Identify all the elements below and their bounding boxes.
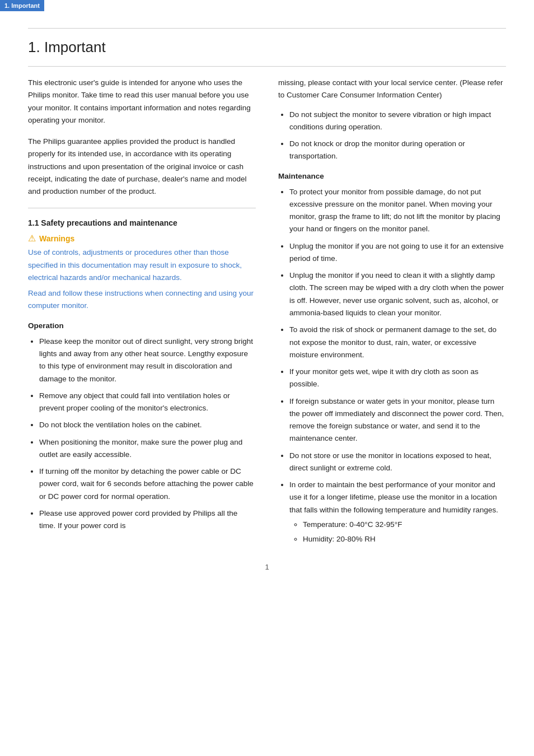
title-bottom-rule: [28, 66, 506, 67]
top-rule: [28, 28, 506, 29]
list-item: When positioning the monitor, make sure …: [39, 436, 256, 461]
list-item: If turning off the monitor by detaching …: [39, 465, 256, 503]
list-item: To avoid the risk of shock or permanent …: [289, 324, 506, 361]
list-item: Do not knock or drop the monitor during …: [289, 138, 506, 163]
warnings-header: ⚠ Warnings: [28, 234, 256, 243]
right-column: missing, please contact with your local …: [278, 77, 506, 546]
operation-list-right: Do not subject the monitor to severe vib…: [278, 109, 506, 163]
tab-label: 1. Important: [0, 0, 44, 11]
list-item: Do not block the ventilation holes on th…: [39, 419, 256, 431]
page-number: 1: [28, 563, 506, 571]
list-item: Temperature: 0-40°C 32-95°F: [303, 519, 506, 531]
list-item: Unplug the monitor if you are not going …: [289, 240, 506, 265]
operation-title: Operation: [28, 321, 256, 330]
guarantee-paragraph: The Philips guarantee applies provided t…: [28, 136, 256, 198]
left-column: This electronic user's guide is intended…: [28, 77, 256, 546]
maintenance-list: To protect your monitor from possible da…: [278, 186, 506, 546]
section-rule: [28, 208, 256, 208]
page-title: 1. Important: [28, 39, 506, 56]
list-item: To protect your monitor from possible da…: [289, 186, 506, 236]
list-item: Please keep the monitor out of direct su…: [39, 335, 256, 385]
list-item: If foreign substance or water gets in yo…: [289, 395, 506, 445]
warnings-label: Warnings: [39, 234, 74, 243]
safety-section-title: 1.1 Safety precautions and maintenance: [28, 218, 256, 227]
maintenance-title: Maintenance: [278, 172, 506, 180]
main-content: This electronic user's guide is intended…: [28, 77, 506, 546]
list-item: In order to maintain the best performanc…: [289, 479, 506, 545]
list-item: Please use approved power cord provided …: [39, 507, 256, 533]
tab-bar: 1. Important: [0, 0, 534, 11]
list-item: Remove any object that could fall into v…: [39, 390, 256, 415]
power-cord-continued: missing, please contact with your local …: [278, 77, 506, 102]
warnings-text-1: Use of controls, adjustments or procedur…: [28, 246, 256, 312]
list-item: Do not subject the monitor to severe vib…: [289, 109, 506, 134]
intro-paragraph-1: This electronic user's guide is intended…: [28, 77, 256, 127]
list-item: Do not store or use the monitor in locat…: [289, 450, 506, 475]
list-item: Unplug the monitor if you need to clean …: [289, 269, 506, 319]
warnings-block: ⚠ Warnings Use of controls, adjustments …: [28, 234, 256, 312]
operation-list: Please keep the monitor out of direct su…: [28, 335, 256, 533]
warning-icon: ⚠: [28, 234, 36, 243]
list-item: If your monitor gets wet, wipe it with d…: [289, 366, 506, 391]
list-item: Humidity: 20-80% RH: [303, 533, 506, 545]
temp-humidity-list: Temperature: 0-40°C 32-95°F Humidity: 20…: [289, 519, 506, 546]
page-container: 1. Important This electronic user's guid…: [0, 11, 534, 594]
